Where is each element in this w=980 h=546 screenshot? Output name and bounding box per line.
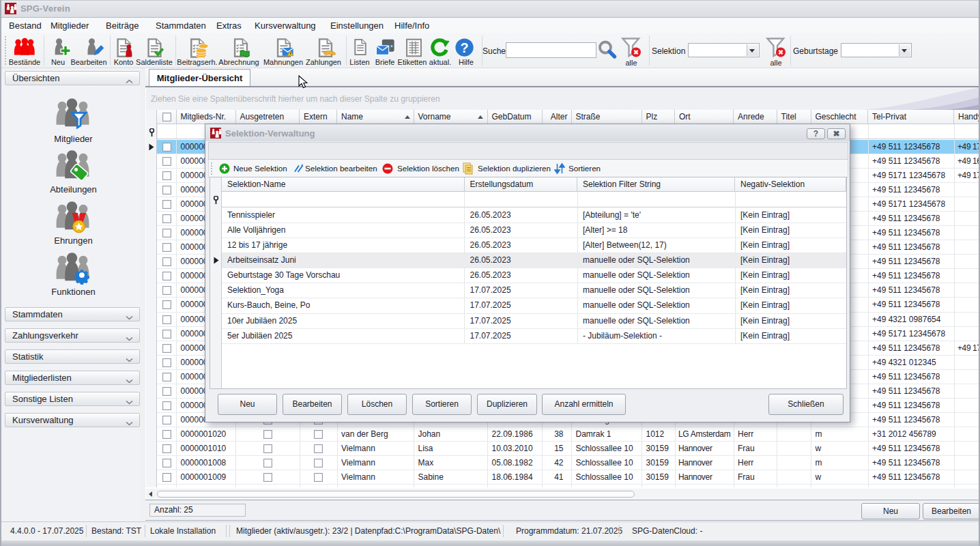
svg-text:?: ? xyxy=(461,40,469,55)
